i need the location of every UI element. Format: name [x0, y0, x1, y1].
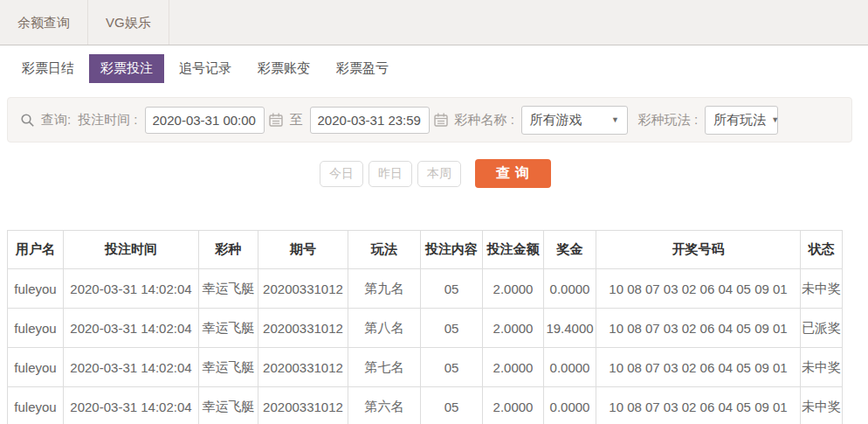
col-header-bet-time: 投注时间	[64, 231, 199, 269]
search-icon	[20, 113, 35, 128]
action-button-row: 今日 昨日 本周 查 询	[7, 159, 861, 188]
tab-lottery-account-changes[interactable]: 彩票账变	[246, 54, 321, 83]
cell-status: 已派奖	[801, 309, 843, 348]
cell-username: fuleyou	[8, 348, 64, 387]
cell-bet-amount: 2.0000	[483, 309, 544, 348]
caret-down-icon: ▼	[771, 115, 779, 124]
cell-bet-amount: 2.0000	[483, 348, 544, 387]
table-row: fuleyou 2020-03-31 14:02:04 幸运飞艇 2020033…	[8, 348, 843, 387]
cell-bet-time: 2020-03-31 14:02:04	[64, 269, 199, 309]
query-bar: 查询: 投注时间 : 至 彩种名称 :	[7, 97, 852, 142]
cell-prize: 0.0000	[544, 348, 596, 387]
col-header-lottery: 彩种	[199, 231, 258, 269]
lottery-name-select[interactable]: 所有游戏 ▼	[521, 106, 628, 135]
col-header-issue: 期号	[258, 231, 348, 269]
cell-bet-content: 05	[421, 348, 483, 387]
top-tab-balance-query[interactable]: 余额查询	[0, 0, 88, 45]
col-header-play: 玩法	[348, 231, 421, 269]
cell-lottery: 幸运飞艇	[199, 387, 258, 424]
cell-issue: 20200331012	[258, 309, 348, 348]
cell-status: 未中奖	[801, 387, 843, 424]
cell-draw-numbers: 10 08 07 03 02 06 04 05 09 01	[596, 269, 801, 309]
calendar-icon[interactable]	[434, 113, 448, 127]
cell-issue: 20200331012	[258, 269, 348, 309]
col-header-bet-amount: 投注金额	[483, 231, 544, 269]
tab-chase-number-records[interactable]: 追号记录	[168, 54, 243, 83]
cell-prize: 19.4000	[544, 309, 596, 348]
cell-bet-amount: 2.0000	[483, 387, 544, 424]
play-type-label: 彩种玩法 :	[638, 112, 698, 129]
sub-tab-bar: 彩票日结 彩票投注 追号记录 彩票账变 彩票盈亏	[0, 45, 868, 83]
bet-time-label: 投注时间 :	[78, 112, 137, 129]
cell-bet-content: 05	[421, 309, 483, 348]
table-header-row: 用户名 投注时间 彩种 期号 玩法 投注内容 投注金额 奖金 开奖号码 状态	[8, 231, 843, 269]
to-label: 至	[290, 112, 303, 129]
yesterday-button[interactable]: 昨日	[369, 161, 412, 187]
cell-play: 第六名	[348, 387, 421, 424]
cell-prize: 0.0000	[544, 387, 596, 424]
cell-draw-numbers: 10 08 07 03 02 06 04 05 09 01	[596, 309, 801, 348]
end-time-input[interactable]	[310, 107, 430, 134]
play-type-select[interactable]: 所有玩法 ▼	[705, 106, 778, 135]
top-tab-bar: 余额查询 VG娱乐	[0, 0, 868, 45]
tab-lottery-bets[interactable]: 彩票投注	[89, 54, 164, 83]
cell-lottery: 幸运飞艇	[199, 309, 258, 348]
caret-down-icon: ▼	[611, 115, 619, 124]
cell-bet-time: 2020-03-31 14:02:04	[64, 348, 199, 387]
cell-play: 第九名	[348, 269, 421, 309]
tab-lottery-profit-loss[interactable]: 彩票盈亏	[325, 54, 400, 83]
table-row: fuleyou 2020-03-31 14:02:04 幸运飞艇 2020033…	[8, 387, 843, 424]
lottery-name-selected-value: 所有游戏	[530, 112, 582, 129]
cell-username: fuleyou	[8, 269, 64, 309]
play-type-selected-value: 所有玩法	[713, 112, 766, 129]
cell-bet-time: 2020-03-31 14:02:04	[64, 309, 199, 348]
cell-prize: 0.0000	[544, 269, 596, 309]
cell-issue: 20200331012	[258, 348, 348, 387]
cell-lottery: 幸运飞艇	[199, 269, 258, 309]
main-content: 查询: 投注时间 : 至 彩种名称 :	[0, 97, 868, 424]
col-header-prize: 奖金	[544, 231, 596, 269]
col-header-status: 状态	[801, 231, 843, 269]
col-header-username: 用户名	[8, 231, 64, 269]
lottery-name-label: 彩种名称 :	[455, 112, 514, 129]
cell-bet-amount: 2.0000	[483, 269, 544, 309]
search-button[interactable]: 查 询	[475, 159, 551, 188]
cell-issue: 20200331012	[258, 387, 348, 424]
cell-draw-numbers: 10 08 07 03 02 06 04 05 09 01	[596, 348, 801, 387]
cell-username: fuleyou	[8, 309, 64, 348]
cell-bet-time: 2020-03-31 14:02:04	[64, 387, 199, 424]
col-header-bet-content: 投注内容	[421, 231, 483, 269]
cell-status: 未中奖	[801, 348, 843, 387]
start-time-input[interactable]	[145, 107, 265, 134]
cell-play: 第八名	[348, 309, 421, 348]
cell-status: 未中奖	[801, 269, 843, 309]
cell-draw-numbers: 10 08 07 03 02 06 04 05 09 01	[596, 387, 801, 424]
calendar-icon[interactable]	[269, 113, 283, 127]
top-tab-vg-entertainment[interactable]: VG娱乐	[88, 0, 169, 45]
cell-bet-content: 05	[421, 269, 483, 309]
cell-bet-content: 05	[421, 387, 483, 424]
tab-lottery-daily-summary[interactable]: 彩票日结	[10, 54, 86, 83]
today-button[interactable]: 今日	[320, 161, 363, 187]
cell-lottery: 幸运飞艇	[199, 348, 258, 387]
this-week-button[interactable]: 本周	[417, 161, 461, 187]
table-row: fuleyou 2020-03-31 14:02:04 幸运飞艇 2020033…	[8, 269, 843, 309]
bet-records-table: 用户名 投注时间 彩种 期号 玩法 投注内容 投注金额 奖金 开奖号码 状态 f…	[7, 230, 843, 424]
table-row: fuleyou 2020-03-31 14:02:04 幸运飞艇 2020033…	[8, 309, 843, 348]
col-header-draw-numbers: 开奖号码	[596, 231, 801, 269]
cell-username: fuleyou	[8, 387, 64, 424]
query-label: 查询:	[41, 112, 71, 129]
cell-play: 第七名	[348, 348, 421, 387]
